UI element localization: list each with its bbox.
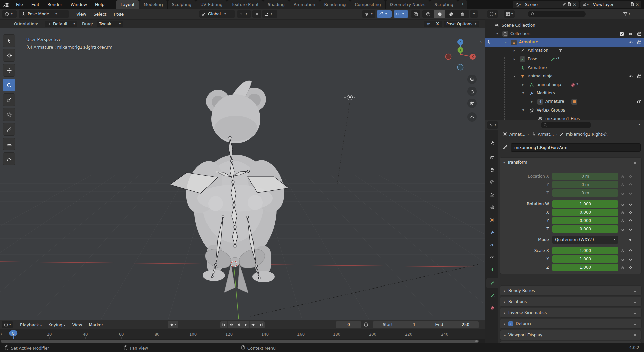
current-frame-field[interactable]: 0 bbox=[336, 321, 361, 328]
workspace-tab-geometry-nodes[interactable]: Geometry Nodes bbox=[386, 0, 430, 9]
expand-arrow[interactable]: ▾ bbox=[496, 32, 498, 35]
tool-transform[interactable] bbox=[3, 108, 15, 121]
properties-search-input[interactable] bbox=[541, 122, 591, 128]
modifier-display-toggle[interactable] bbox=[571, 99, 577, 105]
pivot-point-dropdown[interactable]: ▾ bbox=[237, 10, 251, 18]
value-field[interactable]: 1.000 bbox=[552, 264, 618, 271]
viewport-menu-view[interactable]: View bbox=[73, 11, 90, 17]
gizmo-z-neg-axis[interactable] bbox=[458, 64, 463, 70]
menu-render[interactable]: Render bbox=[44, 1, 66, 8]
keyframe-diamond-icon[interactable] bbox=[626, 227, 634, 231]
mode-dropdown[interactable]: Pose Mode ▾ bbox=[19, 10, 69, 18]
add-workspace-button[interactable]: + bbox=[458, 0, 467, 9]
camera-toggle[interactable] bbox=[636, 40, 642, 45]
workspace-tab-shading[interactable]: Shading bbox=[263, 0, 289, 9]
tool-measure[interactable] bbox=[3, 138, 15, 150]
keyframe-diamond-icon[interactable] bbox=[626, 265, 634, 270]
navigation-gizmo[interactable]: Z X Y bbox=[444, 38, 477, 71]
gizmos-dropdown[interactable]: ▾ bbox=[377, 10, 392, 18]
properties-tab-view-layer[interactable] bbox=[486, 177, 498, 187]
section-inverse-kinematics[interactable]: ▸Inverse Kinematics bbox=[500, 308, 641, 317]
editor-type-button[interactable]: ▾ bbox=[2, 10, 17, 18]
expand-arrow[interactable]: ▾ bbox=[522, 108, 524, 112]
outliner-row-armature[interactable]: ▾Armature bbox=[485, 38, 644, 47]
menu-window[interactable]: Window bbox=[67, 1, 90, 8]
keyframe-diamond-icon[interactable] bbox=[626, 174, 634, 179]
use-preview-range-icon[interactable] bbox=[363, 322, 369, 327]
deform-checkbox[interactable]: ✓ bbox=[508, 321, 513, 326]
pan-button[interactable] bbox=[467, 87, 477, 96]
outliner-row-collection[interactable]: ▾Collection bbox=[485, 30, 644, 38]
properties-tab-constraints[interactable] bbox=[486, 252, 498, 262]
lock-icon[interactable] bbox=[618, 219, 626, 223]
outliner-row-mixamorig1-hips[interactable]: mixamorig1:Hips bbox=[485, 115, 644, 120]
timeline-menu-marker[interactable]: Marker bbox=[85, 321, 106, 328]
workspace-tab-rendering[interactable]: Rendering bbox=[320, 0, 350, 9]
shading-dropdown[interactable]: ▾ bbox=[470, 10, 478, 18]
viewlayer-remove-icon[interactable]: ✕ bbox=[635, 2, 640, 7]
eye-toggle[interactable] bbox=[628, 31, 633, 37]
viewport-3d[interactable]: User Perspective (0) Armature : mixamori… bbox=[0, 28, 485, 320]
viewlayer-name[interactable]: ViewLayer bbox=[590, 2, 630, 7]
expand-arrow[interactable]: ▸ bbox=[531, 100, 533, 103]
viewport-menu-pose[interactable]: Pose bbox=[110, 11, 127, 17]
keyframe-diamond-icon[interactable] bbox=[626, 210, 634, 215]
timeline-menu-view[interactable]: View bbox=[69, 321, 86, 328]
orientation-default-dropdown[interactable]: Default ▾ bbox=[45, 21, 77, 27]
snap-settings-dropdown[interactable]: ▾ bbox=[262, 10, 277, 18]
value-field[interactable]: 1.000 bbox=[552, 247, 618, 254]
camera-view-button[interactable] bbox=[467, 99, 477, 108]
prev-keyframe-button[interactable] bbox=[228, 321, 235, 328]
value-field[interactable]: 0.000 bbox=[552, 217, 618, 224]
keyframe-diamond-icon[interactable] bbox=[626, 219, 634, 223]
value-field[interactable]: 0.000 bbox=[552, 225, 618, 233]
tool-rotate[interactable] bbox=[3, 79, 15, 91]
xray-toggle[interactable] bbox=[411, 10, 420, 18]
breadcrumb-item[interactable]: Armat... bbox=[509, 132, 525, 137]
tool-extra-tool[interactable] bbox=[3, 152, 15, 165]
mirror-x-toggle[interactable]: X bbox=[433, 21, 442, 27]
properties-tab-tool[interactable] bbox=[486, 138, 498, 148]
outliner-row-animal-ninja[interactable]: ▸animal ninja5 bbox=[485, 81, 644, 89]
gizmo-x-neg-axis[interactable] bbox=[446, 54, 451, 60]
outliner-row-pose[interactable]: ▸Pose21 bbox=[485, 55, 644, 63]
workspace-tab-layout[interactable]: Layout bbox=[116, 0, 139, 9]
lock-icon[interactable] bbox=[618, 202, 626, 206]
transform-panel-header[interactable]: ▾ Transform bbox=[503, 160, 527, 165]
keyframe-diamond-icon[interactable] bbox=[626, 257, 634, 261]
expand-arrow[interactable]: ▾ bbox=[522, 91, 524, 95]
properties-tab-bone-constraint[interactable] bbox=[486, 291, 498, 301]
outliner-row-animation[interactable]: ▸Animation bbox=[485, 47, 644, 55]
properties-tab-modifiers[interactable] bbox=[486, 227, 498, 237]
scene-pin-icon[interactable] bbox=[562, 2, 566, 7]
jump-to-start-button[interactable] bbox=[220, 321, 228, 328]
timeline-editor-type-button[interactable]: ▾ bbox=[2, 321, 13, 328]
viewport-menu-select[interactable]: Select bbox=[90, 11, 110, 17]
workspace-tab-texture-paint[interactable]: Texture Paint bbox=[227, 0, 263, 9]
jump-to-end-button[interactable] bbox=[257, 321, 265, 328]
outliner-row-vertex-groups[interactable]: ▾Vertex Groups bbox=[485, 106, 644, 115]
properties-editor-type-button[interactable]: ▾ bbox=[487, 121, 498, 129]
expand-arrow[interactable]: ▾ bbox=[505, 40, 507, 44]
menu-help[interactable]: Help bbox=[92, 1, 108, 8]
shading-wireframe-button[interactable] bbox=[422, 10, 434, 18]
outliner-display-mode-button[interactable]: ▾ bbox=[504, 10, 515, 18]
timeline-expand-arrow[interactable]: › bbox=[1, 332, 2, 336]
scene-icon[interactable]: ▾ bbox=[513, 1, 523, 8]
value-field[interactable]: 0 m bbox=[552, 181, 618, 188]
section-viewport-display[interactable]: ▸Viewport Display bbox=[500, 330, 641, 340]
scene-unlink-icon[interactable]: ✕ bbox=[572, 2, 577, 7]
outliner-row-scene-collection[interactable]: Scene Collection bbox=[485, 21, 644, 30]
expand-arrow[interactable]: ▸ bbox=[522, 83, 524, 86]
start-frame-field[interactable]: Start1 bbox=[373, 322, 426, 327]
bone-name-field[interactable]: mixamorig1:RightForeArm bbox=[511, 143, 641, 152]
mirror-butterfly-icon[interactable] bbox=[424, 21, 433, 27]
camera-toggle[interactable] bbox=[636, 31, 642, 37]
tool-cursor[interactable] bbox=[3, 49, 15, 62]
blender-logo-icon[interactable] bbox=[2, 1, 11, 8]
shading-solid-button[interactable] bbox=[434, 10, 445, 18]
workspace-tab-compositing[interactable]: Compositing bbox=[350, 0, 385, 9]
viewlayer-icon[interactable]: ▾ bbox=[580, 1, 590, 8]
lock-icon[interactable] bbox=[618, 174, 626, 179]
value-field[interactable]: 1.000 bbox=[552, 255, 618, 263]
